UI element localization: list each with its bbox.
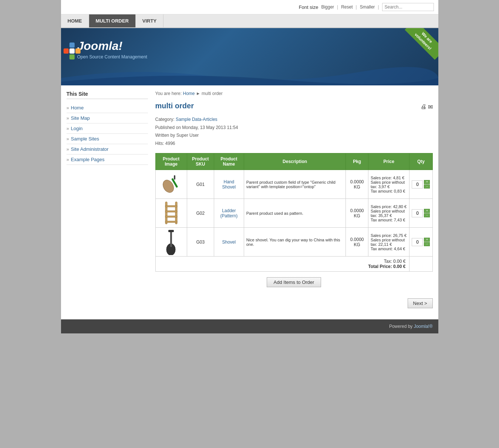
qty-control-g01: + - (412, 180, 430, 189)
sidebar-item-login[interactable]: Login (67, 123, 148, 134)
breadcrumb-current: multi order (202, 91, 223, 96)
svg-rect-2 (75, 48, 81, 54)
add-items-button[interactable]: Add Items to Order (267, 277, 321, 287)
next-button-area: Next > (155, 298, 433, 314)
breadcrumb-home-link[interactable]: Home (183, 91, 195, 96)
qty-input-g01[interactable] (412, 180, 423, 189)
col-header-name: Product Name (214, 153, 244, 170)
hits-count: Hits: 4996 (155, 140, 433, 148)
sidebar-link-example-pages[interactable]: Example Pages (71, 157, 105, 162)
product-link-g03[interactable]: Shovel (222, 240, 236, 245)
search-input[interactable] (382, 3, 434, 11)
totals-qty-cell (409, 257, 432, 272)
next-button[interactable]: Next > (408, 298, 433, 308)
svg-rect-10 (165, 206, 177, 207)
font-size-label: Font size (299, 4, 318, 10)
nav-item-multiorder[interactable]: MULTI ORDER (89, 14, 136, 27)
svg-rect-13 (165, 221, 177, 223)
product-link-g02[interactable]: Ladder (Pattern) (220, 208, 237, 218)
col-header-desc: Description (244, 153, 346, 170)
qty-decrease-g01[interactable]: - (424, 184, 430, 189)
nav-item-virty[interactable]: VIRTY (136, 14, 163, 27)
tax-total: Tax: 0.00 € (159, 259, 406, 264)
article-meta: Category: Sample Data-Articles Published… (155, 116, 433, 147)
sales-price-g01: Sales price: 4,81 € (371, 176, 407, 180)
product-image-cell (155, 170, 187, 199)
nav-item-home[interactable]: HOME (61, 14, 89, 27)
breadcrumb-arrow: ► (196, 91, 202, 96)
qty-cell-g03: + - (409, 228, 432, 257)
totals-cell: Tax: 0.00 € Total Price: 0.00 € (155, 257, 409, 272)
font-bigger-link[interactable]: Bigger (321, 4, 334, 10)
qty-cell-g02: + - (409, 199, 432, 228)
sidebar-link-login[interactable]: Login (71, 126, 83, 131)
qty-increase-g02[interactable]: + (424, 209, 430, 213)
product-image-g02 (160, 201, 182, 225)
sku-g03: G03 (187, 228, 214, 257)
qty-decrease-g03[interactable]: - (424, 242, 430, 246)
qty-increase-g03[interactable]: + (424, 238, 430, 242)
product-image-g01 (160, 172, 182, 196)
font-reset-link[interactable]: Reset (341, 4, 353, 10)
svg-rect-1 (70, 43, 75, 48)
written-by: Written by Super User (155, 132, 433, 140)
banner-logo: Joomla! Open Source Content Management (72, 39, 147, 60)
print-icon[interactable]: 🖨 (421, 103, 426, 111)
banner-ribbon: We arevolunteers! (405, 28, 438, 60)
sidebar-item-site-admin[interactable]: Site Administrator (67, 144, 148, 155)
footer: Powered by Joomla!® (61, 319, 438, 333)
product-image-cell (155, 199, 187, 228)
table-row: G03 Shovel Nice shovel. You can dig your… (155, 228, 432, 257)
desc-g03: Nice shovel. You can dig your way to Chi… (244, 228, 346, 257)
qty-input-g03[interactable] (412, 238, 423, 246)
svg-rect-8 (165, 202, 167, 224)
name-g02[interactable]: Ladder (Pattern) (214, 199, 244, 228)
footer-text: Powered by (389, 324, 414, 329)
table-row: G01 Hand Shovel Parent product custom fi… (155, 170, 432, 199)
sidebar-title: This Site (67, 91, 148, 99)
separator1: | (337, 4, 338, 10)
article-icons: 🖨 ✉ (421, 103, 433, 111)
sidebar-item-sitemap[interactable]: Site Map (67, 113, 148, 123)
price-without-tax-g01: Sales price without tax: 3,97 € (371, 180, 407, 189)
sidebar-item-home[interactable]: Home (67, 103, 148, 113)
content-area: This Site Home Site Map Login Sample Sit… (61, 85, 438, 319)
sidebar: This Site Home Site Map Login Sample Sit… (67, 91, 148, 314)
qty-cell-g01: + - (409, 170, 432, 199)
category-link[interactable]: Sample Data-Articles (176, 117, 218, 122)
footer-joomla-link[interactable]: Joomla!® (414, 324, 433, 329)
price-g01: Sales price: 4,81 € Sales price without … (368, 170, 409, 199)
qty-decrease-g02[interactable]: - (424, 213, 430, 217)
tax-amount-g01: Tax amount: 0,83 € (371, 189, 407, 193)
separator2: | (356, 4, 357, 10)
svg-rect-15 (168, 230, 174, 232)
font-smaller-link[interactable]: Smaller (360, 4, 375, 10)
sidebar-nav: Home Site Map Login Sample Sites Site Ad… (67, 103, 148, 165)
name-g01[interactable]: Hand Shovel (214, 170, 244, 199)
name-g03[interactable]: Shovel (214, 228, 244, 257)
product-image-cell (155, 228, 187, 257)
category-label: Category: (155, 117, 175, 122)
nav-menu: HOME MULTI ORDER VIRTY (61, 14, 438, 28)
qty-input-g02[interactable] (412, 209, 423, 217)
sidebar-link-site-admin[interactable]: Site Administrator (71, 146, 109, 152)
col-header-pkg: Pkg (346, 153, 368, 170)
price-total: Total Price: 0.00 € (368, 264, 405, 269)
sidebar-item-sample-sites[interactable]: Sample Sites (67, 134, 148, 144)
svg-rect-9 (175, 202, 177, 224)
main-content: You are here: Home ► multi order 🖨 ✉ mul… (155, 91, 433, 314)
email-icon[interactable]: ✉ (428, 103, 433, 111)
svg-rect-12 (165, 216, 177, 217)
sidebar-item-example-pages[interactable]: Example Pages (67, 155, 148, 165)
breadcrumb: You are here: Home ► multi order (155, 91, 433, 96)
sidebar-link-sitemap[interactable]: Site Map (71, 115, 90, 121)
tax-amount-g03: Tax amount: 4,64 € (371, 247, 407, 251)
sidebar-link-sample-sites[interactable]: Sample Sites (71, 136, 100, 142)
qty-increase-g01[interactable]: + (424, 180, 430, 184)
product-link-g01[interactable]: Hand Shovel (222, 179, 236, 190)
col-header-qty: Qty (409, 153, 432, 170)
article-title: multi order (155, 102, 433, 110)
sidebar-link-home[interactable]: Home (71, 105, 84, 111)
separator3: | (378, 4, 379, 10)
price-g03: Sales price: 26,75 € Sales price without… (368, 228, 409, 257)
